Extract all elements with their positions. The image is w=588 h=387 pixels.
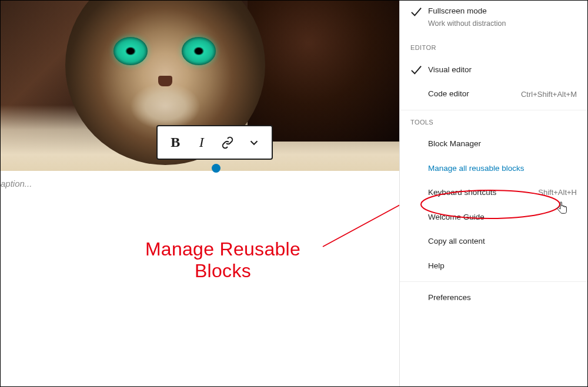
- menu-item-label: Block Manager: [428, 138, 577, 150]
- menu-keyboard-shortcuts[interactable]: Keyboard shortcuts Shift+Alt+H: [400, 180, 587, 205]
- section-header-tools: TOOLS: [400, 110, 587, 132]
- menu-help[interactable]: Help: [400, 254, 587, 278]
- menu-copy-all-content[interactable]: Copy all content: [400, 229, 587, 254]
- menu-item-title: Fullscreen mode: [428, 5, 577, 18]
- menu-item-label: Preferences: [428, 292, 577, 304]
- resize-handle[interactable]: [212, 164, 220, 173]
- link-button[interactable]: [217, 132, 238, 153]
- check-icon: [410, 65, 423, 75]
- menu-fullscreen-mode[interactable]: Fullscreen mode Work without distraction: [400, 1, 587, 33]
- block-format-toolbar: B I: [156, 125, 273, 160]
- caption-input[interactable]: aption...: [1, 179, 32, 189]
- menu-item-label: Manage all reusable blocks: [428, 163, 577, 174]
- menu-item-label: Copy all content: [428, 235, 577, 247]
- section-header-editor: EDITOR: [400, 36, 587, 57]
- menu-divider: [400, 281, 587, 282]
- menu-visual-editor[interactable]: Visual editor: [400, 57, 587, 82]
- menu-code-editor[interactable]: Code editor Ctrl+Shift+Alt+M: [400, 82, 587, 106]
- check-icon: [410, 6, 423, 17]
- menu-item-shortcut: Shift+Alt+H: [538, 188, 577, 197]
- menu-item-label: Help: [428, 260, 577, 272]
- editor-canvas: B I aption... Manage Reusable Blocks: [1, 1, 400, 386]
- menu-item-label: Code editor: [428, 88, 516, 100]
- menu-item-subtitle: Work without distraction: [428, 19, 577, 29]
- chevron-down-icon: [248, 136, 260, 149]
- menu-preferences[interactable]: Preferences: [400, 285, 587, 310]
- menu-manage-reusable-blocks[interactable]: Manage all reusable blocks: [400, 156, 587, 181]
- annotation-label: Manage Reusable Blocks: [123, 238, 323, 282]
- menu-item-label: Visual editor: [428, 64, 577, 76]
- more-formatting-button[interactable]: [243, 132, 265, 153]
- options-menu: Fullscreen mode Work without distraction…: [399, 1, 587, 386]
- menu-item-shortcut: Ctrl+Shift+Alt+M: [521, 90, 577, 99]
- menu-block-manager[interactable]: Block Manager: [400, 132, 587, 156]
- menu-item-label: Keyboard shortcuts: [428, 187, 533, 198]
- italic-button[interactable]: I: [191, 132, 212, 153]
- link-icon: [220, 136, 235, 150]
- menu-welcome-guide[interactable]: Welcome Guide: [400, 205, 587, 230]
- menu-item-label: Welcome Guide: [428, 211, 577, 223]
- bold-button[interactable]: B: [165, 132, 186, 153]
